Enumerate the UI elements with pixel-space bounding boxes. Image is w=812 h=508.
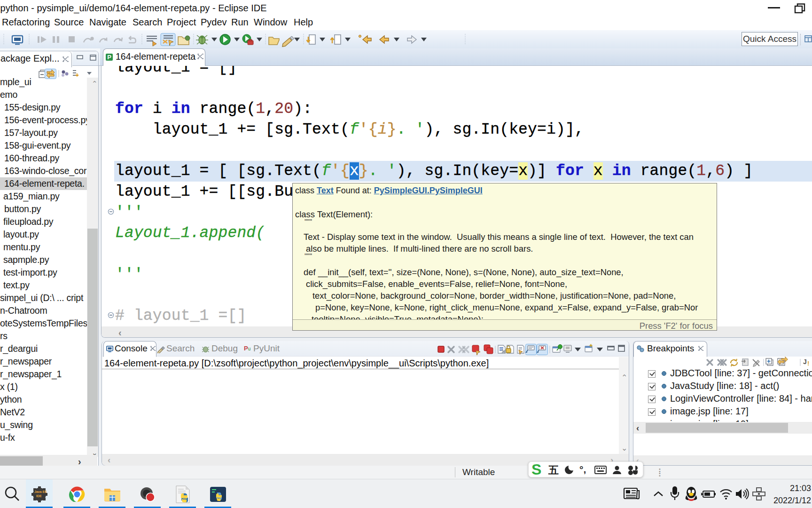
svg-text:J: J	[803, 358, 807, 365]
svg-text:Java EE: Java EE	[34, 490, 47, 493]
svg-text:IDE: IDE	[36, 494, 42, 498]
svg-text:!: !	[807, 360, 809, 367]
